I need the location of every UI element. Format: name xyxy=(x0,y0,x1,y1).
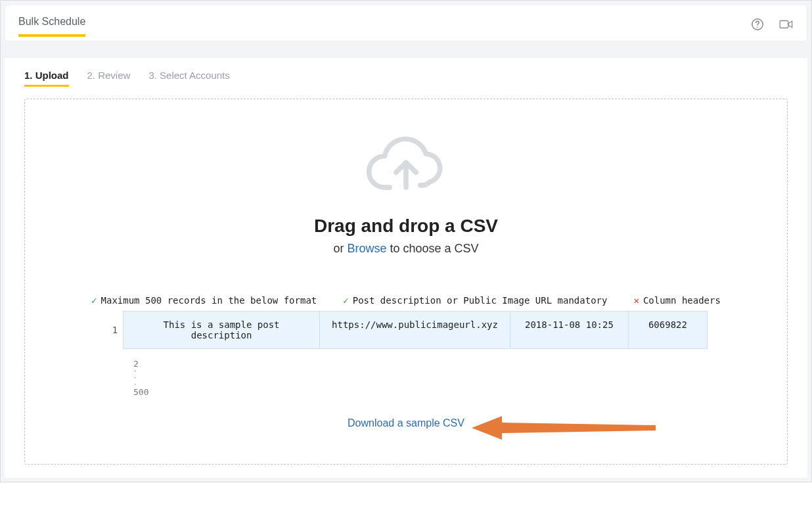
browse-link[interactable]: Browse xyxy=(347,242,386,255)
cell-image-url: https://www.publicimageurl.xyz xyxy=(320,311,510,349)
wizard-steps: 1. Upload 2. Review 3. Select Accounts xyxy=(24,70,788,87)
dropzone-heading: Drag and drop a CSV xyxy=(64,216,748,237)
rule-max-records: ✓ Maximum 500 records in the below forma… xyxy=(91,295,317,306)
dropzone-sub-suffix: to choose a CSV xyxy=(386,242,478,255)
rule-mandatory-fields: ✓ Post description or Public Image URL m… xyxy=(343,295,607,306)
svg-marker-3 xyxy=(472,416,656,440)
line-number-500: 500 xyxy=(133,388,679,397)
download-wrap: Download a sample CSV xyxy=(64,417,748,441)
cell-datetime: 2018-11-08 10:25 xyxy=(510,311,629,349)
step-accounts[interactable]: 3. Select Accounts xyxy=(148,70,229,87)
app-window: Bulk Schedule 1. Upload 2. Review xyxy=(0,0,812,482)
vertical-ellipsis-icon: ··· xyxy=(133,369,679,388)
header-actions xyxy=(750,16,794,34)
line-number-1: 1 xyxy=(104,325,118,335)
rule-text: Maximum 500 records in the below format xyxy=(101,295,317,306)
svg-point-1 xyxy=(757,27,758,28)
annotation-arrow-icon xyxy=(472,413,656,442)
step-review[interactable]: 2. Review xyxy=(87,70,131,87)
check-icon: ✓ xyxy=(91,295,97,306)
cell-id: 6069822 xyxy=(629,311,708,349)
cloud-upload-icon xyxy=(64,135,748,202)
cross-icon: ✕ xyxy=(633,295,639,306)
rule-column-headers: ✕ Column headers xyxy=(633,295,720,306)
cell-description: This is a sample post description xyxy=(123,311,320,349)
help-icon[interactable] xyxy=(750,17,765,34)
dropzone-sub-prefix: or xyxy=(333,242,347,255)
header-bar: Bulk Schedule xyxy=(5,5,807,41)
svg-rect-2 xyxy=(780,21,788,28)
sample-row: 1 This is a sample post description http… xyxy=(64,311,748,349)
csv-dropzone[interactable]: Drag and drop a CSV or Browse to choose … xyxy=(24,99,788,465)
body-card: 1. Upload 2. Review 3. Select Accounts D… xyxy=(5,57,807,478)
page-title-wrap: Bulk Schedule xyxy=(18,16,85,37)
rules-row: ✓ Maximum 500 records in the below forma… xyxy=(64,295,748,306)
dropzone-subtext: or Browse to choose a CSV xyxy=(64,242,748,256)
page-title: Bulk Schedule xyxy=(18,16,85,37)
more-lines: 2 ··· 500 xyxy=(133,360,679,398)
check-icon: ✓ xyxy=(343,295,348,306)
sample-cells: This is a sample post description https:… xyxy=(123,311,708,349)
rule-text: Column headers xyxy=(643,295,721,306)
rule-text: Post description or Public Image URL man… xyxy=(353,295,608,306)
download-sample-csv-link[interactable]: Download a sample CSV xyxy=(348,417,464,429)
step-upload[interactable]: 1. Upload xyxy=(24,70,69,87)
video-icon[interactable] xyxy=(779,17,794,34)
line-number-2: 2 xyxy=(133,360,679,369)
